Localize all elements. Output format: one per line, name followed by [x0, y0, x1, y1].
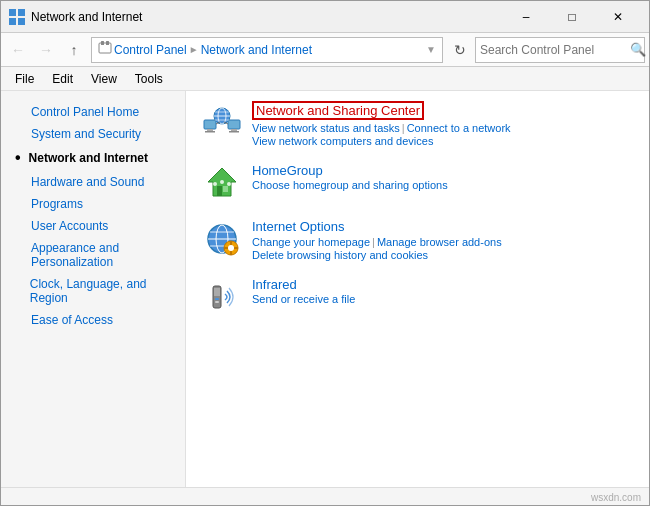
infrared-icon: [202, 277, 242, 317]
sidebar-item-controlpanel-home[interactable]: Control Panel Home: [1, 101, 185, 123]
sidebar-item-programs[interactable]: Programs: [1, 193, 185, 215]
svg-point-24: [220, 180, 224, 184]
internet-options-icon: [202, 219, 242, 259]
connect-to-network-link[interactable]: Connect to a network: [407, 122, 511, 134]
internet-options-title[interactable]: Internet Options: [252, 219, 345, 234]
svg-rect-5: [101, 41, 104, 45]
svg-rect-9: [205, 131, 215, 133]
svg-rect-1: [18, 9, 25, 16]
forward-button[interactable]: →: [33, 37, 59, 63]
refresh-button[interactable]: ↻: [447, 37, 473, 63]
sidebar-item-ease-of-access[interactable]: Ease of Access: [1, 309, 185, 331]
address-bar: ← → ↑ Control Panel ► Network and Intern…: [1, 33, 649, 67]
infrared-title[interactable]: Infrared: [252, 277, 297, 292]
svg-rect-33: [230, 241, 232, 245]
menu-edit[interactable]: Edit: [44, 70, 81, 88]
svg-rect-7: [204, 120, 216, 129]
search-input[interactable]: [480, 43, 630, 57]
back-button[interactable]: ←: [5, 37, 31, 63]
breadcrumb-network[interactable]: Network and Internet: [201, 43, 312, 57]
sidebar-item-appearance[interactable]: Appearance and Personalization: [1, 237, 185, 273]
svg-point-32: [228, 245, 234, 251]
view-network-status-link[interactable]: View network status and tasks: [252, 122, 400, 134]
menu-tools[interactable]: Tools: [127, 70, 171, 88]
svg-rect-39: [215, 298, 219, 300]
status-bar: wsxdn.com: [1, 487, 649, 506]
content-area: Network and Sharing Center View network …: [186, 91, 649, 487]
infrared-item: Infrared Send or receive a file: [202, 277, 633, 317]
up-button[interactable]: ↑: [61, 37, 87, 63]
svg-rect-12: [229, 131, 239, 133]
svg-rect-11: [231, 129, 237, 131]
title-bar: Network and Internet – □ ✕: [1, 1, 649, 33]
dropdown-icon[interactable]: ▼: [426, 44, 436, 55]
infrared-text: Infrared Send or receive a file: [252, 277, 633, 305]
svg-rect-3: [18, 18, 25, 25]
window-icon: [9, 9, 25, 25]
search-icon: 🔍: [630, 42, 646, 57]
network-sharing-icon: [202, 101, 242, 141]
view-network-computers-link[interactable]: View network computers and devices: [252, 135, 633, 147]
window-title: Network and Internet: [31, 10, 503, 24]
menu-file[interactable]: File: [7, 70, 42, 88]
svg-point-23: [213, 182, 217, 186]
svg-rect-8: [207, 129, 213, 131]
window-controls: – □ ✕: [503, 1, 641, 33]
svg-rect-34: [230, 251, 232, 255]
svg-rect-6: [106, 41, 109, 45]
infrared-sublink[interactable]: Send or receive a file: [252, 293, 633, 305]
svg-rect-2: [9, 18, 16, 25]
menu-view[interactable]: View: [83, 70, 125, 88]
network-sharing-links: View network status and tasks | Connect …: [252, 122, 633, 134]
svg-rect-22: [223, 186, 228, 192]
breadcrumb: Control Panel ► Network and Internet: [98, 41, 422, 58]
homegroup-icon: [202, 163, 242, 203]
manage-addons-link[interactable]: Manage browser add-ons: [377, 236, 502, 248]
network-sharing-title[interactable]: Network and Sharing Center: [252, 101, 424, 120]
homegroup-text: HomeGroup Choose homegroup and sharing o…: [252, 163, 633, 191]
maximize-button[interactable]: □: [549, 1, 595, 33]
svg-rect-40: [215, 301, 219, 303]
menu-bar: File Edit View Tools: [1, 67, 649, 91]
svg-rect-36: [234, 247, 238, 249]
homegroup-sublink[interactable]: Choose homegroup and sharing options: [252, 179, 633, 191]
svg-rect-4: [99, 43, 111, 53]
sidebar-item-network-internet[interactable]: Network and Internet: [1, 145, 185, 171]
internet-options-links: Change your homepage | Manage browser ad…: [252, 236, 633, 248]
breadcrumb-icon: [98, 41, 112, 58]
address-field[interactable]: Control Panel ► Network and Internet ▼: [91, 37, 443, 63]
network-sharing-item: Network and Sharing Center View network …: [202, 101, 633, 147]
close-button[interactable]: ✕: [595, 1, 641, 33]
svg-point-25: [227, 182, 231, 186]
svg-rect-35: [224, 247, 228, 249]
internet-options-item: Internet Options Change your homepage | …: [202, 219, 633, 261]
svg-rect-21: [217, 186, 222, 196]
delete-history-link[interactable]: Delete browsing history and cookies: [252, 249, 633, 261]
sidebar-item-clock-language[interactable]: Clock, Language, and Region: [1, 273, 185, 309]
homegroup-item: HomeGroup Choose homegroup and sharing o…: [202, 163, 633, 203]
sidebar: Control Panel Home System and Security N…: [1, 91, 186, 487]
main-content: Control Panel Home System and Security N…: [1, 91, 649, 487]
sidebar-item-hardware-sound[interactable]: Hardware and Sound: [1, 171, 185, 193]
change-homepage-link[interactable]: Change your homepage: [252, 236, 370, 248]
svg-rect-38: [214, 288, 220, 296]
watermark: wsxdn.com: [591, 492, 641, 503]
internet-options-text: Internet Options Change your homepage | …: [252, 219, 633, 261]
sidebar-item-system-security[interactable]: System and Security: [1, 123, 185, 145]
homegroup-title[interactable]: HomeGroup: [252, 163, 323, 178]
search-box[interactable]: 🔍: [475, 37, 645, 63]
svg-rect-0: [9, 9, 16, 16]
svg-rect-10: [228, 120, 240, 129]
breadcrumb-controlpanel[interactable]: Control Panel: [114, 43, 187, 57]
network-sharing-text: Network and Sharing Center View network …: [252, 101, 633, 147]
minimize-button[interactable]: –: [503, 1, 549, 33]
sidebar-item-user-accounts[interactable]: User Accounts: [1, 215, 185, 237]
